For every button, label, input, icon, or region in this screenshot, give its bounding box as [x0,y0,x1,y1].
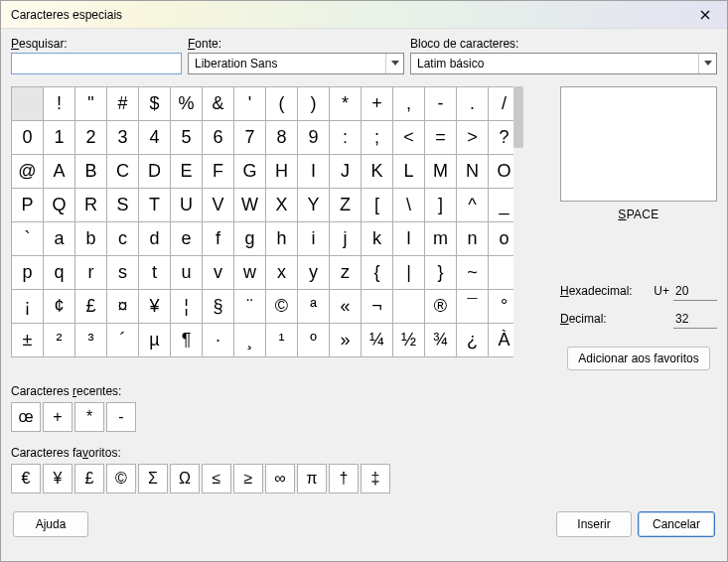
recent-char-cell[interactable]: + [43,402,73,432]
char-cell[interactable]: t [139,256,171,290]
char-cell[interactable]: G [234,155,266,189]
char-cell[interactable] [393,290,425,324]
char-cell[interactable]: m [425,222,457,256]
char-cell[interactable]: v [203,256,234,290]
favorite-char-cell[interactable]: ≤ [202,464,231,493]
favorite-char-cell[interactable]: ≥ [233,464,263,493]
char-cell[interactable]: $ [139,87,171,121]
char-cell[interactable]: º [298,324,330,357]
char-cell[interactable]: U [171,189,203,222]
char-cell[interactable]: 6 [203,121,234,155]
search-input[interactable] [11,53,182,74]
char-cell[interactable]: & [203,87,234,121]
char-cell[interactable]: " [75,87,107,121]
grid-scrollbar[interactable] [513,86,523,370]
char-cell[interactable]: ' [234,87,266,121]
char-cell[interactable]: n [457,222,489,256]
favorite-char-cell[interactable]: ¥ [43,464,73,493]
char-cell[interactable] [12,87,44,121]
char-cell[interactable]: V [203,189,234,222]
char-cell[interactable]: p [12,256,44,290]
char-cell[interactable]: ² [44,324,75,357]
char-cell[interactable]: ` [12,222,44,256]
char-cell[interactable]: e [171,222,203,256]
char-cell[interactable]: r [75,256,107,290]
char-cell[interactable]: µ [139,324,171,357]
char-cell[interactable]: X [266,189,298,222]
char-cell[interactable]: . [457,87,489,121]
scrollbar-thumb[interactable] [513,86,523,148]
char-cell[interactable]: > [457,121,489,155]
char-cell[interactable]: , [393,87,425,121]
char-cell[interactable]: ^ [457,189,489,222]
char-cell[interactable]: j [330,222,362,256]
char-cell[interactable]: s [107,256,139,290]
insert-button[interactable]: Inserir [556,511,632,537]
char-cell[interactable]: 9 [298,121,330,155]
char-cell[interactable]: L [393,155,425,189]
char-cell[interactable]: £ [75,290,107,324]
recent-char-cell[interactable]: - [106,402,136,432]
char-cell[interactable]: ¨ [234,290,266,324]
help-button[interactable]: Ajuda [13,511,88,537]
dec-input[interactable] [673,309,717,329]
char-cell[interactable]: k [362,222,393,256]
favorite-char-cell[interactable]: Σ [138,464,168,493]
char-cell[interactable]: · [203,324,234,357]
favorite-char-cell[interactable]: π [297,464,327,493]
char-cell[interactable]: ! [44,87,75,121]
char-cell[interactable]: c [107,222,139,256]
char-cell[interactable]: | [393,256,425,290]
char-cell[interactable]: ¡ [12,290,44,324]
char-cell[interactable]: y [298,256,330,290]
char-cell[interactable]: D [139,155,171,189]
char-cell[interactable]: \ [393,189,425,222]
char-cell[interactable]: I [298,155,330,189]
char-cell[interactable]: : [330,121,362,155]
favorite-char-cell[interactable]: £ [74,464,104,493]
char-cell[interactable]: 2 [75,121,107,155]
char-cell[interactable]: ± [12,324,44,357]
char-cell[interactable]: z [330,256,362,290]
char-cell[interactable]: E [171,155,203,189]
char-cell[interactable]: R [75,189,107,222]
char-cell[interactable]: 5 [171,121,203,155]
char-cell[interactable]: Y [298,189,330,222]
char-cell[interactable]: S [107,189,139,222]
add-favorite-button[interactable]: Adicionar aos favoritos [567,347,709,370]
char-cell[interactable]: [ [362,189,393,222]
char-cell[interactable]: ´ [107,324,139,357]
char-cell[interactable]: * [330,87,362,121]
favorite-char-cell[interactable]: ∞ [265,464,295,493]
char-cell[interactable]: ¿ [457,324,489,357]
char-cell[interactable]: ¢ [44,290,75,324]
char-cell[interactable]: § [203,290,234,324]
char-cell[interactable]: f [203,222,234,256]
favorite-char-cell[interactable]: Ω [170,464,200,493]
char-cell[interactable]: M [425,155,457,189]
char-cell[interactable]: ¬ [362,290,393,324]
char-cell[interactable]: ~ [457,256,489,290]
char-cell[interactable]: { [362,256,393,290]
char-cell[interactable]: ¦ [171,290,203,324]
char-cell[interactable]: Z [330,189,362,222]
char-cell[interactable]: 8 [266,121,298,155]
char-cell[interactable]: T [139,189,171,222]
char-cell[interactable]: g [234,222,266,256]
char-cell[interactable]: @ [12,155,44,189]
char-cell[interactable]: 0 [12,121,44,155]
favorite-char-cell[interactable]: € [11,464,41,493]
char-cell[interactable]: l [393,222,425,256]
char-cell[interactable]: } [425,256,457,290]
char-cell[interactable]: J [330,155,362,189]
char-cell[interactable]: ® [425,290,457,324]
char-cell[interactable]: 4 [139,121,171,155]
char-cell[interactable]: u [171,256,203,290]
char-cell[interactable]: ¶ [171,324,203,357]
char-cell[interactable]: « [330,290,362,324]
char-cell[interactable]: i [298,222,330,256]
close-button[interactable] [689,4,721,26]
char-cell[interactable]: ¾ [425,324,457,357]
char-cell[interactable]: # [107,87,139,121]
char-cell[interactable]: ½ [393,324,425,357]
